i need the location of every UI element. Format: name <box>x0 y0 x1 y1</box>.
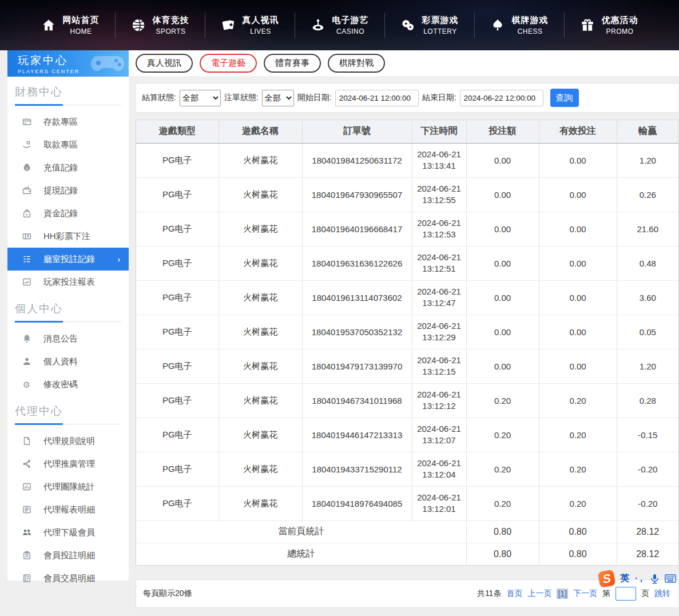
win-loss-cell: 0.05 <box>617 315 678 349</box>
sidebar-item-label: 消息公告 <box>43 333 78 344</box>
game-type-cell: PG电子 <box>136 349 219 383</box>
jump-action-link[interactable]: 跳转 <box>654 589 670 599</box>
tab-board-games[interactable]: 棋牌對戰 <box>328 54 385 73</box>
sidebar-item-agent-rules[interactable]: 代理規則說明 <box>7 430 129 452</box>
table-row: PG电子火树赢花18040196401966684172024-06-2113:… <box>136 212 678 246</box>
sidebar-item-label: 資金記錄 <box>43 208 78 219</box>
sidebar-item-deposit[interactable]: 存款專區 <box>7 110 129 133</box>
next-page-link[interactable]: 下一页 <box>573 589 597 599</box>
bet-time-cell: 2024-06-2113:12:55 <box>412 177 466 212</box>
nav-label-en: CASINO <box>336 27 364 35</box>
document-icon <box>22 436 31 446</box>
hand-coin-icon <box>22 140 31 150</box>
header-game-name: 遊戲名稱 <box>219 120 302 143</box>
nav-item-home[interactable]: 网站首页HOME <box>26 15 115 35</box>
table-row: PG电子火树赢花18040198412506311722024-06-2113:… <box>136 143 678 177</box>
current-page-summary-row: 當前頁統計 0.80 0.80 28.12 <box>136 520 678 543</box>
settle-status-select[interactable]: 全部 <box>180 90 221 106</box>
section-rule <box>15 424 121 424</box>
sidebar-item-member-bet-detail[interactable]: 會員投註明細 <box>7 544 129 567</box>
sidebar-item-label: 代理下級會員 <box>43 527 95 538</box>
nav-item-sports[interactable]: 体育竞技SPORTS <box>116 15 205 35</box>
table-row: PG电子火树赢花18040194461472133132024-06-2113:… <box>136 418 678 452</box>
sidebar-item-member-transaction-detail[interactable]: 會員交易明細 <box>7 567 129 590</box>
table-row: PG电子火树赢花18040194337152901122024-06-2113:… <box>136 452 678 486</box>
sidebar-item-profile[interactable]: 個人資料 <box>7 350 129 373</box>
game-type-cell: PG电子 <box>136 452 219 486</box>
section-rule <box>15 105 121 105</box>
sogou-logo-icon[interactable]: S <box>598 570 616 587</box>
nav-item-chess[interactable]: 棋牌游戏CHESS <box>475 15 564 35</box>
ime-language-toggle[interactable]: 英 <box>620 573 629 585</box>
game-name-cell: 火树赢花 <box>219 280 302 315</box>
tab-live-casino[interactable]: 真人視訊 <box>136 54 193 73</box>
ime-toolbar: S 英 ·， <box>599 571 676 586</box>
chart-report-icon <box>22 277 31 287</box>
order-status-select[interactable]: 全部 <box>262 90 294 106</box>
game-name-cell: 火树赢花 <box>219 418 302 452</box>
bet-time-cell: 2024-06-2113:12:07 <box>412 418 466 452</box>
sidebar-item-recharge-records[interactable]: 充值記錄 <box>7 156 129 179</box>
valid-bet-cell: 0.00 <box>539 143 617 177</box>
pagination-bar: 每頁顯示20條 共11条 首页 上一页 [1] 下一页 第 页 跳转 <box>136 579 679 608</box>
game-name-cell: 火树赢花 <box>219 486 302 520</box>
nav-item-lottery[interactable]: 彩票游戏LOTTERY <box>385 15 474 35</box>
current-page-indicator[interactable]: [1] <box>557 589 568 599</box>
prev-page-link[interactable]: 上一页 <box>527 589 551 599</box>
nav-label-en: CHESS <box>518 27 543 35</box>
sidebar-item-agent-promotion[interactable]: 代理推廣管理 <box>7 452 129 475</box>
nav-item-casino[interactable]: 电子游艺CASINO <box>295 15 384 35</box>
section-title-personal: 個人中心 <box>15 301 129 316</box>
deposit-card-icon <box>22 117 31 127</box>
sidebar-item-player-bet-report[interactable]: 玩家投注報表 <box>7 271 129 293</box>
sidebar-item-withdraw[interactable]: 取款專區 <box>7 133 129 156</box>
nav-item-lives[interactable]: 真人视讯LIVES <box>205 15 295 35</box>
table-row: PG电子火树赢花18040194791731399702024-06-2113:… <box>136 349 678 383</box>
summary-win-loss: 28.12 <box>617 543 678 565</box>
header-bet-amount: 投注額 <box>466 120 539 143</box>
bet-amount-cell: 0.00 <box>466 177 539 212</box>
wallet-icon <box>22 186 31 196</box>
order-no-cell: 1804019446147213313 <box>302 418 412 452</box>
sidebar-item-withdraw-records[interactable]: 提現記錄 <box>7 179 129 202</box>
first-page-link[interactable]: 首页 <box>506 589 522 599</box>
end-date-input[interactable] <box>460 90 543 106</box>
valid-bet-cell: 0.20 <box>539 452 617 486</box>
start-date-input[interactable] <box>335 90 419 106</box>
page-jump-input[interactable] <box>616 587 636 601</box>
header-valid-bet: 有效投注 <box>539 120 617 143</box>
coin-purse-icon <box>22 209 31 218</box>
sidebar-item-label: 代理團隊統計 <box>43 482 95 492</box>
players-center-header: 玩家中心 PLAYERS CENTER <box>7 50 129 77</box>
sidebar-item-agent-report-detail[interactable]: 代理報表明細 <box>7 498 129 521</box>
ime-punctuation-toggle[interactable]: ·， <box>635 574 645 584</box>
table-row: PG电子火树赢花18040196131140736022024-06-2113:… <box>136 280 678 315</box>
bet-amount-cell: 0.20 <box>466 383 539 418</box>
nav-label-zh: 网站首页 <box>63 15 100 26</box>
sidebar-item-agent-team-stats[interactable]: 代理團隊統計 <box>7 475 129 498</box>
nav-item-promo[interactable]: 优惠活动PROMO <box>565 15 654 35</box>
sidebar-item-hh-lottery-bet[interactable]: HH彩票下注 <box>7 225 129 248</box>
search-button[interactable]: 查詢 <box>550 89 579 107</box>
bet-records-table-panel: 遊戲類型 遊戲名稱 訂單號 下注時間 投注額 有效投注 輸贏 PG电子火树赢花1… <box>136 120 679 566</box>
person-icon <box>22 357 31 367</box>
microphone-icon[interactable] <box>650 574 659 584</box>
game-name-cell: 火树赢花 <box>219 452 302 486</box>
sidebar-item-label: 個人資料 <box>43 356 78 367</box>
sidebar-item-change-password[interactable]: ⚙ 修改密碼 <box>7 373 129 396</box>
valid-bet-cell: 0.00 <box>539 280 617 315</box>
sidebar-item-agent-sub-members[interactable]: 代理下級會員 <box>7 521 129 544</box>
home-icon <box>41 18 57 33</box>
summary-valid-bet: 0.80 <box>539 543 617 565</box>
sidebar-item-room-bet-records[interactable]: 廳室投註記錄 › <box>7 248 129 271</box>
summary-bet-amount: 0.80 <box>466 543 539 565</box>
sidebar-item-fund-records[interactable]: 資金記錄 <box>7 202 129 225</box>
nav-label-zh: 电子游艺 <box>332 15 369 26</box>
tab-sports[interactable]: 體育賽事 <box>264 54 321 73</box>
keyboard-icon[interactable] <box>665 574 676 583</box>
money-bag-icon <box>22 163 31 173</box>
order-no-cell: 1804019467341011968 <box>302 383 412 418</box>
tab-electronic-games[interactable]: 電子遊藝 <box>200 54 257 73</box>
sidebar-item-announcements[interactable]: 消息公告 <box>7 327 129 350</box>
game-type-cell: PG电子 <box>136 315 219 349</box>
